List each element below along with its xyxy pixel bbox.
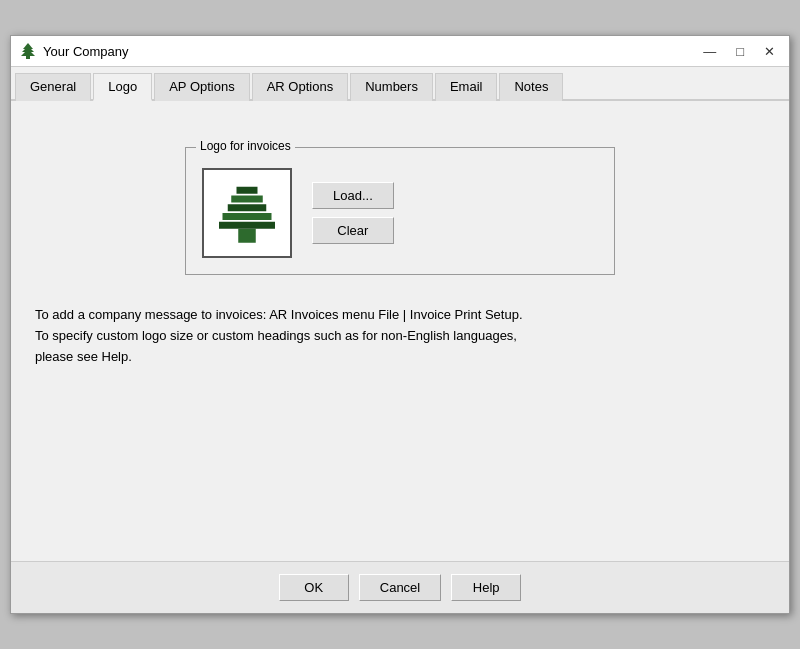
minimize-button[interactable]: — [697, 43, 722, 60]
svg-rect-5 [237, 187, 258, 194]
title-bar-left: Your Company [19, 42, 129, 60]
svg-rect-9 [219, 222, 275, 229]
tab-notes[interactable]: Notes [499, 73, 563, 101]
tab-logo[interactable]: Logo [93, 73, 152, 101]
info-line1: To add a company message to invoices: AR… [35, 307, 523, 322]
tab-bar: General Logo AP Options AR Options Numbe… [11, 67, 789, 101]
logo-buttons: Load... Clear [312, 182, 394, 244]
tab-numbers[interactable]: Numbers [350, 73, 433, 101]
app-icon [19, 42, 37, 60]
info-line3: please see Help. [35, 349, 132, 364]
close-button[interactable]: ✕ [758, 43, 781, 60]
logo-group-inner: Load... Clear [202, 168, 598, 258]
logo-group-legend: Logo for invoices [196, 139, 295, 153]
maximize-button[interactable]: □ [730, 43, 750, 60]
title-bar: Your Company — □ ✕ [11, 36, 789, 67]
tab-email[interactable]: Email [435, 73, 498, 101]
svg-rect-7 [228, 204, 267, 211]
cancel-button[interactable]: Cancel [359, 574, 441, 601]
logo-preview [202, 168, 292, 258]
info-text: To add a company message to invoices: AR… [35, 305, 765, 367]
window-title: Your Company [43, 44, 129, 59]
svg-rect-8 [223, 213, 272, 220]
info-line2: To specify custom logo size or custom he… [35, 328, 517, 343]
main-window: Your Company — □ ✕ General Logo AP Optio… [10, 35, 790, 614]
clear-button[interactable]: Clear [312, 217, 394, 244]
svg-rect-4 [238, 229, 256, 243]
tab-ar-options[interactable]: AR Options [252, 73, 348, 101]
content-area: Logo for invoices [11, 101, 789, 561]
svg-marker-3 [21, 49, 35, 56]
logo-group: Logo for invoices [185, 147, 615, 275]
svg-rect-6 [231, 196, 263, 203]
window-controls: — □ ✕ [697, 43, 781, 60]
help-button[interactable]: Help [451, 574, 521, 601]
tab-ap-options[interactable]: AP Options [154, 73, 250, 101]
footer: OK Cancel Help [11, 561, 789, 613]
load-button[interactable]: Load... [312, 182, 394, 209]
ok-button[interactable]: OK [279, 574, 349, 601]
tab-general[interactable]: General [15, 73, 91, 101]
